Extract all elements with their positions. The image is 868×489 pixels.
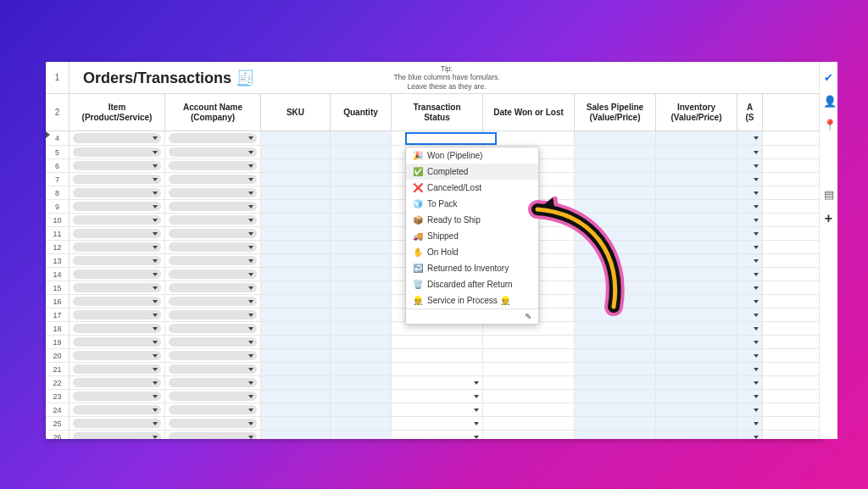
cell-sku[interactable] [261,376,331,389]
cell-inv[interactable] [656,295,737,308]
cell-sku[interactable] [261,159,331,172]
cell-date[interactable] [483,336,575,348]
status-option[interactable]: 🗑️Discarded after Return [406,276,538,292]
cell-inv[interactable] [656,200,737,213]
dropdown-chip[interactable] [169,133,257,143]
chevron-down-icon[interactable] [754,232,759,236]
dropdown-chip[interactable] [169,188,257,197]
cell-inv[interactable] [656,146,737,158]
cell-item[interactable] [70,186,165,199]
cell-last[interactable] [737,390,763,403]
cell-qty[interactable] [331,186,392,199]
cell-acct[interactable] [165,200,261,213]
cell-qty[interactable] [331,227,392,240]
dropdown-chip[interactable] [169,324,257,333]
cell-sku[interactable] [261,281,331,294]
dropdown-chip[interactable] [169,392,257,401]
row-number[interactable]: 14 [46,268,70,281]
status-dropdown[interactable]: 🎉Won (Pipeline)✅Completed❌Canceled/Lost🧊… [405,147,539,325]
dropdown-chip[interactable] [169,215,257,225]
cell-acct[interactable] [165,403,261,416]
cell-qty[interactable] [331,295,392,308]
cell-inv[interactable] [656,349,737,362]
cell-pipe[interactable] [575,186,656,199]
row-number[interactable]: 18 [46,322,70,335]
cell-pipe[interactable] [575,376,656,389]
cell-pipe[interactable] [575,281,656,294]
cell-inv[interactable] [656,376,737,389]
cell-acct[interactable] [165,417,261,430]
cell-item[interactable] [70,200,165,213]
cell-stat[interactable] [392,390,483,403]
dropdown-chip[interactable] [169,419,257,428]
cell-qty[interactable] [331,281,392,294]
cell-acct[interactable] [165,146,261,158]
cell-pipe[interactable] [575,131,656,145]
cell-sku[interactable] [261,268,331,281]
cell-acct[interactable] [165,268,261,281]
chevron-down-icon[interactable] [754,408,759,412]
dropdown-chip[interactable] [73,392,161,401]
cell-inv[interactable] [656,417,737,430]
dropdown-chip[interactable] [73,188,161,197]
dropdown-chip[interactable] [169,283,257,292]
cell-inv[interactable] [656,227,737,240]
cell-sku[interactable] [261,403,331,416]
cell-stat[interactable] [392,376,483,389]
dropdown-chip[interactable] [73,432,161,439]
cell-last[interactable] [737,431,763,439]
cell-pipe[interactable] [575,227,656,240]
dropdown-chip[interactable] [169,364,257,374]
chevron-down-icon[interactable] [754,136,759,140]
cell-qty[interactable] [331,254,392,267]
cell-last[interactable] [737,173,763,186]
cell-last[interactable] [737,186,763,199]
cell-acct[interactable] [165,131,261,145]
header-inventory[interactable]: Inventory (Value/Price) [656,94,737,131]
cell-acct[interactable] [165,173,261,186]
status-option[interactable]: 🚚Shipped [406,228,538,244]
cell-last[interactable] [737,241,763,253]
cell-inv[interactable] [656,390,737,403]
chevron-down-icon[interactable] [474,408,479,412]
cell-pipe[interactable] [575,268,656,281]
row-number[interactable]: 10 [46,214,70,226]
cell-date[interactable] [483,417,575,430]
chevron-down-icon[interactable] [754,151,759,154]
dropdown-chip[interactable] [73,175,161,184]
row-number[interactable]: 9 [46,200,70,213]
status-option[interactable]: 🧊To Pack [406,196,538,212]
cell-item[interactable] [70,214,165,226]
row-number[interactable]: 5 [46,146,70,158]
cell-qty[interactable] [331,159,392,172]
cell-pipe[interactable] [575,159,656,172]
cell-acct[interactable] [165,281,261,294]
add-icon[interactable]: + [823,213,835,225]
dropdown-chip[interactable] [169,310,257,320]
cell-last[interactable] [737,403,763,416]
cell-inv[interactable] [656,268,737,281]
pencil-icon[interactable]: ✎ [525,312,531,321]
cell-sku[interactable] [261,173,331,186]
dropdown-chip[interactable] [169,337,257,347]
cell-item[interactable] [70,417,165,430]
cell-inv[interactable] [656,241,737,253]
cell-item[interactable] [70,336,165,348]
status-option[interactable]: 🎉Won (Pipeline) [406,147,538,164]
cell-pipe[interactable] [575,403,656,416]
cell-qty[interactable] [331,336,392,348]
tasks-icon[interactable]: ✔ [823,72,835,84]
cell-item[interactable] [70,363,165,375]
chevron-down-icon[interactable] [754,178,759,181]
cell-inv[interactable] [656,403,737,416]
cell-pipe[interactable] [575,173,656,186]
row-number[interactable]: 24 [46,403,70,416]
chevron-down-icon[interactable] [754,273,759,276]
cell-pipe[interactable] [575,146,656,158]
cell-sku[interactable] [261,363,331,375]
cell-pipe[interactable] [575,200,656,213]
cell-pipe[interactable] [575,390,656,403]
cell-qty[interactable] [331,200,392,213]
cell-acct[interactable] [165,390,261,403]
cell-last[interactable] [737,417,763,430]
